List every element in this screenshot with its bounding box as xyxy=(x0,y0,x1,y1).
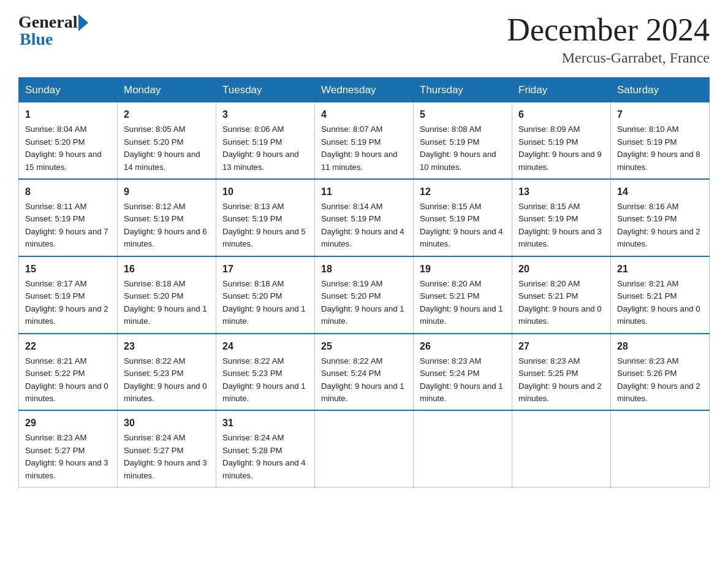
calendar-cell: 29Sunrise: 8:23 AMSunset: 5:27 PMDayligh… xyxy=(19,410,118,487)
calendar-table: SundayMondayTuesdayWednesdayThursdayFrid… xyxy=(18,77,710,488)
calendar-cell: 31Sunrise: 8:24 AMSunset: 5:28 PMDayligh… xyxy=(216,410,315,487)
calendar-subtitle: Mercus-Garrabet, France xyxy=(507,50,710,66)
day-info: Sunrise: 8:10 AMSunset: 5:19 PMDaylight:… xyxy=(617,124,700,171)
title-block: December 2024 Mercus-Garrabet, France xyxy=(507,12,710,66)
day-info: Sunrise: 8:23 AMSunset: 5:26 PMDaylight:… xyxy=(617,356,700,403)
calendar-cell: 6Sunrise: 8:09 AMSunset: 5:19 PMDaylight… xyxy=(512,102,611,179)
day-info: Sunrise: 8:16 AMSunset: 5:19 PMDaylight:… xyxy=(617,202,700,248)
day-info: Sunrise: 8:22 AMSunset: 5:23 PMDaylight:… xyxy=(222,356,306,403)
calendar-title: December 2024 xyxy=(507,12,710,47)
weekday-header-row: SundayMondayTuesdayWednesdayThursdayFrid… xyxy=(19,78,710,102)
calendar-cell: 10Sunrise: 8:13 AMSunset: 5:19 PMDayligh… xyxy=(216,179,315,256)
calendar-cell: 7Sunrise: 8:10 AMSunset: 5:19 PMDaylight… xyxy=(611,102,710,179)
day-info: Sunrise: 8:15 AMSunset: 5:19 PMDaylight:… xyxy=(518,202,602,248)
day-info: Sunrise: 8:18 AMSunset: 5:20 PMDaylight:… xyxy=(124,279,207,326)
day-number: 26 xyxy=(420,339,506,354)
calendar-cell: 21Sunrise: 8:21 AMSunset: 5:21 PMDayligh… xyxy=(611,256,710,334)
day-info: Sunrise: 8:23 AMSunset: 5:24 PMDaylight:… xyxy=(420,356,503,403)
day-number: 23 xyxy=(124,339,210,354)
weekday-header-saturday: Saturday xyxy=(611,78,710,102)
day-info: Sunrise: 8:24 AMSunset: 5:27 PMDaylight:… xyxy=(124,433,207,480)
calendar-cell xyxy=(414,410,512,487)
day-info: Sunrise: 8:07 AMSunset: 5:19 PMDaylight:… xyxy=(321,124,398,171)
day-number: 15 xyxy=(25,262,111,277)
day-number: 13 xyxy=(518,185,604,199)
day-info: Sunrise: 8:21 AMSunset: 5:22 PMDaylight:… xyxy=(25,356,108,403)
day-info: Sunrise: 8:12 AMSunset: 5:19 PMDaylight:… xyxy=(124,202,207,248)
calendar-cell: 2Sunrise: 8:05 AMSunset: 5:20 PMDaylight… xyxy=(118,102,216,179)
weekday-header-wednesday: Wednesday xyxy=(315,78,414,102)
calendar-cell: 26Sunrise: 8:23 AMSunset: 5:24 PMDayligh… xyxy=(414,334,512,411)
calendar-cell: 22Sunrise: 8:21 AMSunset: 5:22 PMDayligh… xyxy=(19,334,118,411)
day-number: 11 xyxy=(321,185,407,199)
logo-blue-text: Blue xyxy=(20,29,53,49)
day-info: Sunrise: 8:22 AMSunset: 5:23 PMDaylight:… xyxy=(124,356,207,403)
day-number: 14 xyxy=(617,185,703,199)
day-number: 25 xyxy=(321,339,407,354)
calendar-cell: 11Sunrise: 8:14 AMSunset: 5:19 PMDayligh… xyxy=(315,179,414,256)
day-number: 7 xyxy=(617,107,703,122)
calendar-cell: 30Sunrise: 8:24 AMSunset: 5:27 PMDayligh… xyxy=(118,410,216,487)
day-number: 1 xyxy=(25,107,111,122)
day-info: Sunrise: 8:19 AMSunset: 5:20 PMDaylight:… xyxy=(321,279,404,326)
calendar-cell: 1Sunrise: 8:04 AMSunset: 5:20 PMDaylight… xyxy=(19,102,118,179)
day-number: 4 xyxy=(321,107,407,122)
calendar-cell: 16Sunrise: 8:18 AMSunset: 5:20 PMDayligh… xyxy=(118,256,216,334)
day-info: Sunrise: 8:14 AMSunset: 5:19 PMDaylight:… xyxy=(321,202,404,248)
day-number: 27 xyxy=(518,339,604,354)
week-row-4: 22Sunrise: 8:21 AMSunset: 5:22 PMDayligh… xyxy=(19,334,710,411)
calendar-cell: 12Sunrise: 8:15 AMSunset: 5:19 PMDayligh… xyxy=(414,179,512,256)
calendar-cell: 4Sunrise: 8:07 AMSunset: 5:19 PMDaylight… xyxy=(315,102,414,179)
calendar-cell: 27Sunrise: 8:23 AMSunset: 5:25 PMDayligh… xyxy=(512,334,611,411)
logo-arrow-icon xyxy=(78,14,88,31)
day-number: 30 xyxy=(124,416,210,431)
day-info: Sunrise: 8:11 AMSunset: 5:19 PMDaylight:… xyxy=(25,202,108,248)
day-info: Sunrise: 8:05 AMSunset: 5:20 PMDaylight:… xyxy=(124,124,200,171)
weekday-header-sunday: Sunday xyxy=(19,78,118,102)
day-number: 6 xyxy=(518,107,604,122)
week-row-5: 29Sunrise: 8:23 AMSunset: 5:27 PMDayligh… xyxy=(19,410,710,487)
day-number: 22 xyxy=(25,339,111,354)
day-info: Sunrise: 8:22 AMSunset: 5:24 PMDaylight:… xyxy=(321,356,404,403)
day-number: 10 xyxy=(222,185,308,199)
calendar-cell: 19Sunrise: 8:20 AMSunset: 5:21 PMDayligh… xyxy=(414,256,512,334)
day-number: 9 xyxy=(124,185,210,199)
day-number: 12 xyxy=(420,185,506,199)
day-number: 16 xyxy=(124,262,210,277)
day-info: Sunrise: 8:20 AMSunset: 5:21 PMDaylight:… xyxy=(420,279,503,326)
calendar-cell: 13Sunrise: 8:15 AMSunset: 5:19 PMDayligh… xyxy=(512,179,611,256)
day-info: Sunrise: 8:23 AMSunset: 5:25 PMDaylight:… xyxy=(518,356,602,403)
day-info: Sunrise: 8:21 AMSunset: 5:21 PMDaylight:… xyxy=(617,279,700,326)
day-info: Sunrise: 8:13 AMSunset: 5:19 PMDaylight:… xyxy=(222,202,306,248)
day-info: Sunrise: 8:15 AMSunset: 5:19 PMDaylight:… xyxy=(420,202,503,248)
calendar-cell: 25Sunrise: 8:22 AMSunset: 5:24 PMDayligh… xyxy=(315,334,414,411)
weekday-header-thursday: Thursday xyxy=(414,78,512,102)
calendar-cell xyxy=(512,410,611,487)
weekday-header-monday: Monday xyxy=(118,78,216,102)
week-row-3: 15Sunrise: 8:17 AMSunset: 5:19 PMDayligh… xyxy=(19,256,710,334)
day-number: 5 xyxy=(420,107,506,122)
day-number: 8 xyxy=(25,185,111,199)
day-number: 24 xyxy=(222,339,308,354)
day-number: 29 xyxy=(25,416,111,431)
calendar-cell xyxy=(611,410,710,487)
day-number: 2 xyxy=(124,107,210,122)
calendar-cell: 17Sunrise: 8:18 AMSunset: 5:20 PMDayligh… xyxy=(216,256,315,334)
day-info: Sunrise: 8:23 AMSunset: 5:27 PMDaylight:… xyxy=(25,433,108,480)
calendar-cell: 18Sunrise: 8:19 AMSunset: 5:20 PMDayligh… xyxy=(315,256,414,334)
week-row-2: 8Sunrise: 8:11 AMSunset: 5:19 PMDaylight… xyxy=(19,179,710,256)
week-row-1: 1Sunrise: 8:04 AMSunset: 5:20 PMDaylight… xyxy=(19,102,710,179)
day-info: Sunrise: 8:09 AMSunset: 5:19 PMDaylight:… xyxy=(518,124,602,171)
logo: General Blue xyxy=(18,12,88,49)
weekday-header-tuesday: Tuesday xyxy=(216,78,315,102)
calendar-cell: 20Sunrise: 8:20 AMSunset: 5:21 PMDayligh… xyxy=(512,256,611,334)
calendar-cell: 23Sunrise: 8:22 AMSunset: 5:23 PMDayligh… xyxy=(118,334,216,411)
day-info: Sunrise: 8:24 AMSunset: 5:28 PMDaylight:… xyxy=(222,433,306,480)
day-number: 18 xyxy=(321,262,407,277)
calendar-cell: 5Sunrise: 8:08 AMSunset: 5:19 PMDaylight… xyxy=(414,102,512,179)
calendar-cell: 3Sunrise: 8:06 AMSunset: 5:19 PMDaylight… xyxy=(216,102,315,179)
calendar-cell: 24Sunrise: 8:22 AMSunset: 5:23 PMDayligh… xyxy=(216,334,315,411)
day-number: 19 xyxy=(420,262,506,277)
calendar-cell: 15Sunrise: 8:17 AMSunset: 5:19 PMDayligh… xyxy=(19,256,118,334)
page-header: General Blue December 2024 Mercus-Garrab… xyxy=(18,12,710,66)
